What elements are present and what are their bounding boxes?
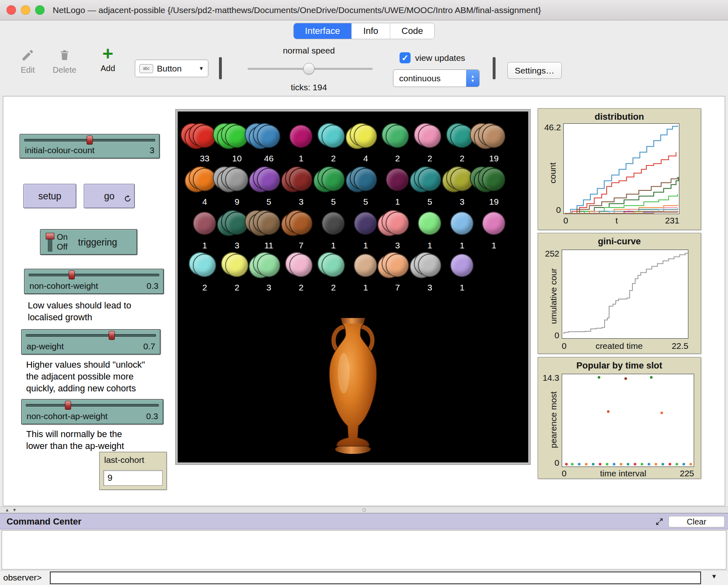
update-mode-dropdown[interactable]: continuous ▲▼ <box>393 69 480 87</box>
slider-label: non-cohort-ap-weight <box>27 411 107 421</box>
cluster-count: 33 <box>188 154 222 163</box>
plot-title: gini-curve <box>538 236 701 247</box>
view-updates-checkbox[interactable]: ✓ <box>400 52 411 63</box>
cluster-count: 2 <box>220 283 254 292</box>
command-input[interactable] <box>50 572 701 584</box>
edit-label: Edit <box>12 65 43 75</box>
note-ap-weight: Higher values should "unlock" the adjace… <box>26 359 145 394</box>
switch-triggering[interactable]: On Off triggering <box>40 229 137 255</box>
scatter-dot <box>606 463 608 465</box>
cluster-count: 1 <box>316 241 351 250</box>
minimize-button[interactable] <box>21 5 30 15</box>
window-title: NetLogo — adjacent-possible {/Users/pd2-… <box>53 5 541 15</box>
clear-button[interactable]: Clear <box>668 516 725 527</box>
monitor-value: 9 <box>103 470 163 486</box>
cluster-count: 3 <box>220 241 254 250</box>
turtle-circle <box>482 168 505 191</box>
slider-ap-weight[interactable]: ap-weight 0.7 <box>21 329 161 355</box>
x-axis-label: created time <box>596 341 643 351</box>
cluster-count: 5 <box>413 197 447 207</box>
settings-button[interactable]: Settings… <box>507 62 562 79</box>
turtle-circle <box>386 125 409 148</box>
pencil-icon <box>12 47 43 64</box>
plot-gini-curve: gini-curve 252 0 umulative cour 0 create… <box>538 233 701 354</box>
slider-label: initial-colour-count <box>25 145 94 155</box>
x-axis-label: time interval <box>600 469 646 478</box>
setup-button[interactable]: setup <box>23 184 76 208</box>
switch-handle[interactable] <box>46 233 54 239</box>
command-output <box>2 530 726 569</box>
x-min-label: 0 <box>562 469 567 478</box>
slider-non-cohort-weight[interactable]: non-cohort-weight 0.3 <box>24 269 164 294</box>
turtle-circle <box>450 254 473 277</box>
speed-slider-thumb[interactable] <box>303 63 315 74</box>
close-button[interactable] <box>7 5 16 15</box>
plot-title: Popular by time slot <box>538 360 701 371</box>
plot-popular-by-time-slot: Popular by time slot 14.3 0 pearence mos… <box>538 357 701 479</box>
turtle-circle <box>482 125 505 148</box>
widget-type-value: Button <box>157 64 199 74</box>
cluster-count: 19 <box>477 154 511 163</box>
forever-arrows-icon <box>124 194 132 205</box>
cluster-count: 9 <box>220 197 254 207</box>
toolbar-separator <box>493 57 496 79</box>
cluster-count: 1 <box>348 241 383 250</box>
tab-info[interactable]: Info <box>352 23 390 39</box>
y-axis-label: umulative cour <box>549 268 558 324</box>
scatter-dot <box>648 463 650 465</box>
cluster-count: 3 <box>445 197 479 207</box>
turtle-circle <box>289 212 313 235</box>
turtle-circle <box>257 212 280 235</box>
turtle-circle <box>418 212 441 235</box>
toolbar: Edit Delete + Add abc Button ▼ normal sp… <box>0 41 728 96</box>
slider-track[interactable] <box>29 274 159 277</box>
drag-handle-icon[interactable] <box>362 508 366 512</box>
world-view[interactable]: 3310461242221949535515319131171131112232… <box>176 109 530 464</box>
x-max-label: 225 <box>680 469 694 478</box>
go-button[interactable]: go <box>84 184 135 208</box>
slider-thumb[interactable] <box>65 401 71 410</box>
history-dropdown-icon[interactable]: ▼ <box>705 573 723 583</box>
plot-distribution: distribution 46.2 0 count 0 t 231 <box>538 108 701 230</box>
slider-track[interactable] <box>24 139 155 142</box>
collapse-arrows-icon[interactable]: ▲▼ <box>5 507 20 512</box>
tab-code[interactable]: Code <box>390 23 435 39</box>
tab-interface[interactable]: Interface <box>294 23 352 39</box>
slider-thumb[interactable] <box>69 270 75 279</box>
scatter-dot <box>634 463 636 465</box>
cluster-count: 4 <box>188 197 222 207</box>
scatter-dot <box>571 463 574 465</box>
scatter-dot <box>598 376 600 379</box>
slider-value: 0.7 <box>143 342 155 351</box>
slider-track[interactable] <box>26 404 159 407</box>
turtle-circle <box>257 125 280 148</box>
slider-thumb[interactable] <box>87 136 93 145</box>
command-center-splitter[interactable]: ▲▼ <box>0 507 728 513</box>
slider-track[interactable] <box>26 334 156 337</box>
turtle-circle <box>225 168 248 191</box>
cluster-count: 2 <box>316 154 351 163</box>
plot-canvas <box>562 374 694 467</box>
y-max-label: 252 <box>539 249 559 259</box>
cluster-count: 1 <box>445 283 479 292</box>
widget-type-dropdown[interactable]: abc Button ▼ <box>135 60 208 77</box>
plot-series-gini <box>563 252 688 333</box>
slider-thumb[interactable] <box>109 331 115 340</box>
scatter-dot <box>578 463 581 465</box>
cluster-count: 2 <box>380 154 415 163</box>
scatter-dot <box>676 463 678 465</box>
chevron-down-icon: ▼ <box>199 65 204 71</box>
maximize-button[interactable] <box>35 5 45 15</box>
export-arrows-icon[interactable] <box>654 516 665 527</box>
go-label: go <box>104 191 115 202</box>
cluster-count: 4 <box>348 154 383 163</box>
x-min-label: 0 <box>562 341 567 351</box>
edit-button[interactable]: Edit <box>12 47 43 75</box>
widget-icon: abc <box>139 64 153 73</box>
add-button[interactable]: + Add <box>92 45 123 73</box>
delete-button[interactable]: Delete <box>49 47 80 75</box>
slider-initial-colour-count[interactable]: initial-colour-count 3 <box>20 134 160 159</box>
slider-non-cohort-ap-weight[interactable]: non-cohort-ap-weight 0.3 <box>21 399 163 424</box>
scatter-dot <box>661 463 664 465</box>
cluster-count: 1 <box>413 241 447 250</box>
